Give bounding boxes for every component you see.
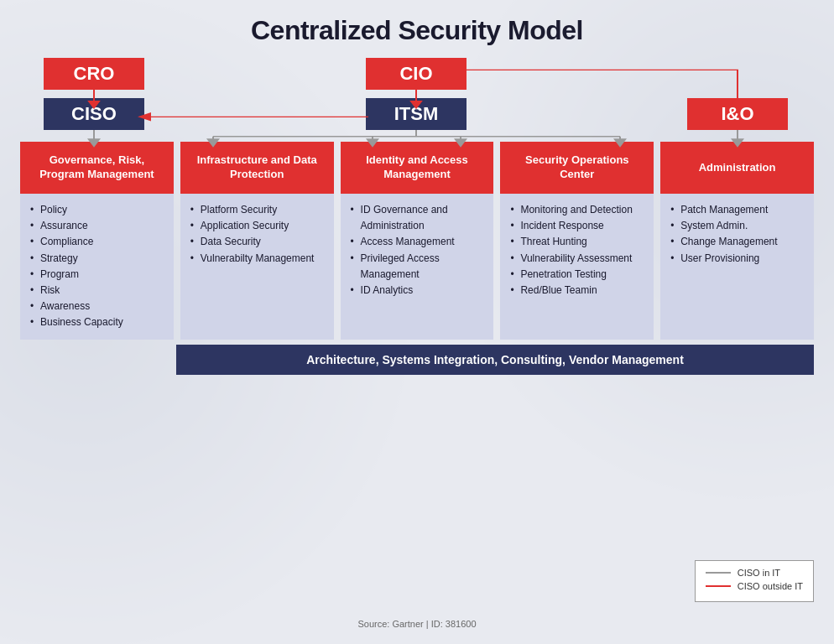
- list-item: Compliance: [29, 234, 165, 250]
- list-item: Penetration Testing: [508, 267, 645, 283]
- list-item: ID Governance and Administration: [349, 202, 486, 234]
- cro-box: CRO: [44, 58, 144, 90]
- admin-body: Patch Management System Admin. Change Ma…: [660, 194, 814, 340]
- legend-gray-line: [706, 572, 731, 574]
- iam-header: Identity and Access Management: [341, 142, 494, 194]
- list-item: Vulnerabilty Management: [189, 251, 326, 267]
- list-item: Business Capacity: [29, 314, 165, 330]
- list-item: Privileged Access Management: [349, 251, 486, 283]
- list-item: Strategy: [29, 251, 165, 267]
- iam-body: ID Governance and Administration Access …: [341, 194, 494, 340]
- infrastructure-list: Platform Security Application Security D…: [189, 202, 326, 267]
- list-item: Threat Hunting: [508, 234, 645, 250]
- legend-ciso-outside-it: CISO outside IT: [706, 581, 803, 591]
- admin-list: Patch Management System Admin. Change Ma…: [669, 202, 805, 267]
- list-item: User Provisioning: [669, 251, 805, 267]
- governance-list: Policy Assurance Compliance Strategy Pro…: [29, 202, 165, 331]
- bottom-bar: Architecture, Systems Integration, Consu…: [176, 345, 814, 375]
- list-item: Platform Security: [189, 202, 326, 218]
- legend-ciso-in-it-label: CISO in IT: [738, 568, 780, 578]
- infrastructure-column: Infrastructure and Data Protection Platf…: [180, 142, 334, 340]
- list-item: Program: [29, 267, 165, 283]
- soc-body: Monitoring and Detection Incident Respon…: [500, 194, 654, 340]
- ciso-box: CISO: [44, 98, 144, 130]
- governance-column: Governance, Risk, Program Management Pol…: [20, 142, 174, 340]
- legend-red-line: [706, 585, 731, 587]
- columns-area: Governance, Risk, Program Management Pol…: [20, 142, 814, 340]
- bottom-bar-spacer: [20, 345, 176, 375]
- list-item: Monitoring and Detection: [508, 202, 645, 218]
- legend-ciso-outside-it-label: CISO outside IT: [738, 581, 803, 591]
- iam-list: ID Governance and Administration Access …: [349, 202, 486, 299]
- list-item: Red/Blue Teamin: [508, 283, 645, 299]
- list-item: System Admin.: [669, 218, 805, 234]
- admin-column: Administration Patch Management System A…: [660, 142, 814, 340]
- soc-header: Security Operations Center: [500, 142, 654, 194]
- governance-body: Policy Assurance Compliance Strategy Pro…: [20, 194, 174, 340]
- list-item: Application Security: [189, 218, 326, 234]
- list-item: Access Management: [349, 234, 486, 250]
- cio-box: CIO: [366, 58, 467, 90]
- list-item: Change Management: [669, 234, 805, 250]
- legend-ciso-in-it: CISO in IT: [706, 568, 803, 578]
- bottom-bar-row: Architecture, Systems Integration, Consu…: [20, 345, 814, 375]
- governance-header: Governance, Risk, Program Management: [20, 142, 174, 194]
- page-title: Centralized Security Model: [20, 15, 814, 46]
- org-chart: CRO CIO CISO ITSM I&O: [20, 58, 814, 375]
- list-item: Data Security: [189, 234, 326, 250]
- list-item: Patch Management: [669, 202, 805, 218]
- list-item: Vulnerability Assessment: [508, 251, 645, 267]
- list-item: ID Analytics: [349, 283, 486, 299]
- soc-column: Security Operations Center Monitoring an…: [500, 142, 654, 340]
- itsm-box: ITSM: [366, 98, 467, 130]
- infrastructure-header: Infrastructure and Data Protection: [180, 142, 334, 194]
- page-container: Centralized Security Model: [0, 0, 834, 644]
- list-item: Awareness: [29, 299, 165, 314]
- list-item: Risk: [29, 283, 165, 299]
- iam-column: Identity and Access Management ID Govern…: [341, 142, 494, 340]
- soc-list: Monitoring and Detection Incident Respon…: [508, 202, 645, 299]
- list-item: Incident Response: [508, 218, 645, 234]
- list-item: Assurance: [29, 218, 165, 234]
- admin-header: Administration: [660, 142, 814, 194]
- list-item: Policy: [29, 202, 165, 218]
- legend-box: CISO in IT CISO outside IT: [695, 560, 814, 602]
- source-text: Source: Gartner | ID: 381600: [357, 619, 476, 629]
- infrastructure-body: Platform Security Application Security D…: [180, 194, 334, 340]
- io-box: I&O: [687, 98, 788, 130]
